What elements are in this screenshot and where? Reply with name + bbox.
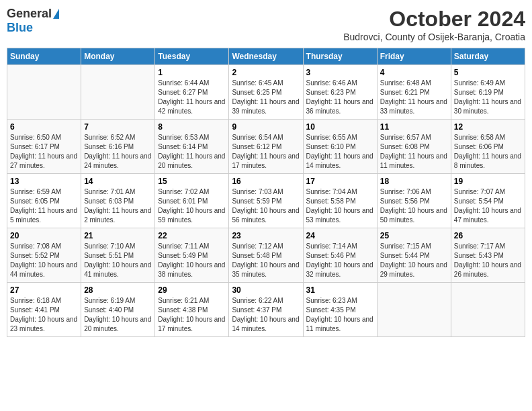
calendar-day-cell: 28Sunrise: 6:19 AMSunset: 4:40 PMDayligh…: [81, 283, 155, 337]
day-number: 5: [454, 68, 522, 77]
day-number: 3: [306, 68, 374, 77]
calendar-day-cell: 12Sunrise: 6:58 AMSunset: 6:06 PMDayligh…: [451, 120, 525, 174]
calendar-day-cell: [451, 283, 525, 337]
calendar-week-row: 1Sunrise: 6:44 AMSunset: 6:27 PMDaylight…: [7, 65, 525, 120]
calendar-day-cell: 25Sunrise: 7:15 AMSunset: 5:44 PMDayligh…: [377, 228, 451, 283]
day-detail: Sunrise: 7:03 AMSunset: 5:59 PMDaylight:…: [232, 187, 300, 225]
day-detail: Sunrise: 7:11 AMSunset: 5:49 PMDaylight:…: [158, 242, 226, 279]
title-block: October 2024 Budrovci, County of Osijek-…: [343, 7, 525, 42]
day-detail: Sunrise: 6:59 AMSunset: 6:05 PMDaylight:…: [10, 187, 78, 225]
calendar-day-cell: 3Sunrise: 6:46 AMSunset: 6:23 PMDaylight…: [303, 65, 377, 120]
calendar-day-cell: 30Sunrise: 6:22 AMSunset: 4:37 PMDayligh…: [229, 283, 303, 337]
logo: General Blue: [7, 7, 59, 35]
calendar-day-cell: 11Sunrise: 6:57 AMSunset: 6:08 PMDayligh…: [377, 120, 451, 174]
day-detail: Sunrise: 6:18 AMSunset: 4:41 PMDaylight:…: [10, 296, 78, 334]
day-number: 12: [454, 122, 522, 132]
calendar-day-cell: 22Sunrise: 7:11 AMSunset: 5:49 PMDayligh…: [155, 228, 229, 283]
calendar-day-cell: 31Sunrise: 6:23 AMSunset: 4:35 PMDayligh…: [303, 283, 377, 337]
day-number: 4: [380, 68, 448, 77]
day-detail: Sunrise: 7:12 AMSunset: 5:48 PMDaylight:…: [232, 242, 300, 279]
day-number: 29: [158, 285, 226, 295]
calendar-day-cell: [377, 283, 451, 337]
calendar-day-cell: 16Sunrise: 7:03 AMSunset: 5:59 PMDayligh…: [229, 174, 303, 228]
day-detail: Sunrise: 6:46 AMSunset: 6:23 PMDaylight:…: [306, 79, 374, 116]
day-detail: Sunrise: 6:57 AMSunset: 6:08 PMDaylight:…: [380, 133, 448, 171]
calendar-day-cell: 29Sunrise: 6:21 AMSunset: 4:38 PMDayligh…: [155, 283, 229, 337]
day-detail: Sunrise: 6:52 AMSunset: 6:16 PMDaylight:…: [84, 133, 152, 171]
calendar-day-cell: 10Sunrise: 6:55 AMSunset: 6:10 PMDayligh…: [303, 120, 377, 174]
header-row: SundayMondayTuesdayWednesdayThursdayFrid…: [7, 48, 525, 65]
calendar-week-row: 6Sunrise: 6:50 AMSunset: 6:17 PMDaylight…: [7, 120, 525, 174]
day-of-week-header: Saturday: [451, 48, 525, 65]
calendar-week-row: 27Sunrise: 6:18 AMSunset: 4:41 PMDayligh…: [7, 283, 525, 337]
day-number: 11: [380, 122, 448, 132]
day-detail: Sunrise: 7:07 AMSunset: 5:54 PMDaylight:…: [454, 187, 522, 225]
day-number: 28: [84, 285, 152, 295]
calendar-day-cell: 13Sunrise: 6:59 AMSunset: 6:05 PMDayligh…: [7, 174, 81, 228]
day-detail: Sunrise: 6:44 AMSunset: 6:27 PMDaylight:…: [158, 79, 226, 116]
day-detail: Sunrise: 6:53 AMSunset: 6:14 PMDaylight:…: [158, 133, 226, 171]
calendar-day-cell: 20Sunrise: 7:08 AMSunset: 5:52 PMDayligh…: [7, 228, 81, 283]
day-detail: Sunrise: 6:58 AMSunset: 6:06 PMDaylight:…: [454, 133, 522, 171]
day-number: 25: [380, 231, 448, 240]
calendar-day-cell: 21Sunrise: 7:10 AMSunset: 5:51 PMDayligh…: [81, 228, 155, 283]
calendar-day-cell: 17Sunrise: 7:04 AMSunset: 5:58 PMDayligh…: [303, 174, 377, 228]
calendar-day-cell: 8Sunrise: 6:53 AMSunset: 6:14 PMDaylight…: [155, 120, 229, 174]
day-detail: Sunrise: 7:14 AMSunset: 5:46 PMDaylight:…: [306, 242, 374, 279]
day-number: 1: [158, 68, 226, 77]
day-number: 21: [84, 231, 152, 240]
calendar-body: 1Sunrise: 6:44 AMSunset: 6:27 PMDaylight…: [7, 65, 525, 337]
day-number: 2: [232, 68, 300, 77]
day-number: 18: [380, 177, 448, 186]
day-number: 17: [306, 177, 374, 186]
day-detail: Sunrise: 7:08 AMSunset: 5:52 PMDaylight:…: [10, 242, 78, 279]
day-of-week-header: Friday: [377, 48, 451, 65]
calendar-day-cell: 15Sunrise: 7:02 AMSunset: 6:01 PMDayligh…: [155, 174, 229, 228]
day-detail: Sunrise: 7:17 AMSunset: 5:43 PMDaylight:…: [454, 242, 522, 279]
calendar-table: SundayMondayTuesdayWednesdayThursdayFrid…: [7, 48, 525, 337]
calendar-day-cell: 23Sunrise: 7:12 AMSunset: 5:48 PMDayligh…: [229, 228, 303, 283]
calendar-day-cell: 6Sunrise: 6:50 AMSunset: 6:17 PMDaylight…: [7, 120, 81, 174]
day-number: 23: [232, 231, 300, 240]
day-detail: Sunrise: 6:23 AMSunset: 4:35 PMDaylight:…: [306, 296, 374, 334]
logo-blue-text: Blue: [7, 21, 33, 34]
calendar-day-cell: 26Sunrise: 7:17 AMSunset: 5:43 PMDayligh…: [451, 228, 525, 283]
day-detail: Sunrise: 6:45 AMSunset: 6:25 PMDaylight:…: [232, 79, 300, 116]
day-number: 15: [158, 177, 226, 186]
day-detail: Sunrise: 6:21 AMSunset: 4:38 PMDaylight:…: [158, 296, 226, 334]
day-of-week-header: Sunday: [7, 48, 81, 65]
calendar-day-cell: 2Sunrise: 6:45 AMSunset: 6:25 PMDaylight…: [229, 65, 303, 120]
day-of-week-header: Wednesday: [229, 48, 303, 65]
day-of-week-header: Thursday: [303, 48, 377, 65]
day-detail: Sunrise: 7:04 AMSunset: 5:58 PMDaylight:…: [306, 187, 374, 225]
day-number: 30: [232, 285, 300, 295]
day-number: 27: [10, 285, 78, 295]
calendar-week-row: 20Sunrise: 7:08 AMSunset: 5:52 PMDayligh…: [7, 228, 525, 283]
day-detail: Sunrise: 7:06 AMSunset: 5:56 PMDaylight:…: [380, 187, 448, 225]
calendar-header: SundayMondayTuesdayWednesdayThursdayFrid…: [7, 48, 525, 65]
day-of-week-header: Tuesday: [155, 48, 229, 65]
day-detail: Sunrise: 7:15 AMSunset: 5:44 PMDaylight:…: [380, 242, 448, 279]
calendar-day-cell: 5Sunrise: 6:49 AMSunset: 6:19 PMDaylight…: [451, 65, 525, 120]
day-number: 9: [232, 122, 300, 132]
logo-triangle-icon: [53, 9, 59, 19]
day-detail: Sunrise: 6:49 AMSunset: 6:19 PMDaylight:…: [454, 79, 522, 116]
calendar-day-cell: 19Sunrise: 7:07 AMSunset: 5:54 PMDayligh…: [451, 174, 525, 228]
day-detail: Sunrise: 6:22 AMSunset: 4:37 PMDaylight:…: [232, 296, 300, 334]
day-number: 16: [232, 177, 300, 186]
day-number: 31: [306, 285, 374, 295]
calendar-day-cell: [81, 65, 155, 120]
day-number: 14: [84, 177, 152, 186]
day-detail: Sunrise: 6:48 AMSunset: 6:21 PMDaylight:…: [380, 79, 448, 116]
calendar-week-row: 13Sunrise: 6:59 AMSunset: 6:05 PMDayligh…: [7, 174, 525, 228]
day-detail: Sunrise: 6:19 AMSunset: 4:40 PMDaylight:…: [84, 296, 152, 334]
day-number: 26: [454, 231, 522, 240]
calendar-day-cell: 27Sunrise: 6:18 AMSunset: 4:41 PMDayligh…: [7, 283, 81, 337]
day-number: 24: [306, 231, 374, 240]
calendar-day-cell: 1Sunrise: 6:44 AMSunset: 6:27 PMDaylight…: [155, 65, 229, 120]
calendar-day-cell: 18Sunrise: 7:06 AMSunset: 5:56 PMDayligh…: [377, 174, 451, 228]
day-detail: Sunrise: 6:54 AMSunset: 6:12 PMDaylight:…: [232, 133, 300, 171]
day-detail: Sunrise: 7:02 AMSunset: 6:01 PMDaylight:…: [158, 187, 226, 225]
calendar-day-cell: 7Sunrise: 6:52 AMSunset: 6:16 PMDaylight…: [81, 120, 155, 174]
day-number: 13: [10, 177, 78, 186]
